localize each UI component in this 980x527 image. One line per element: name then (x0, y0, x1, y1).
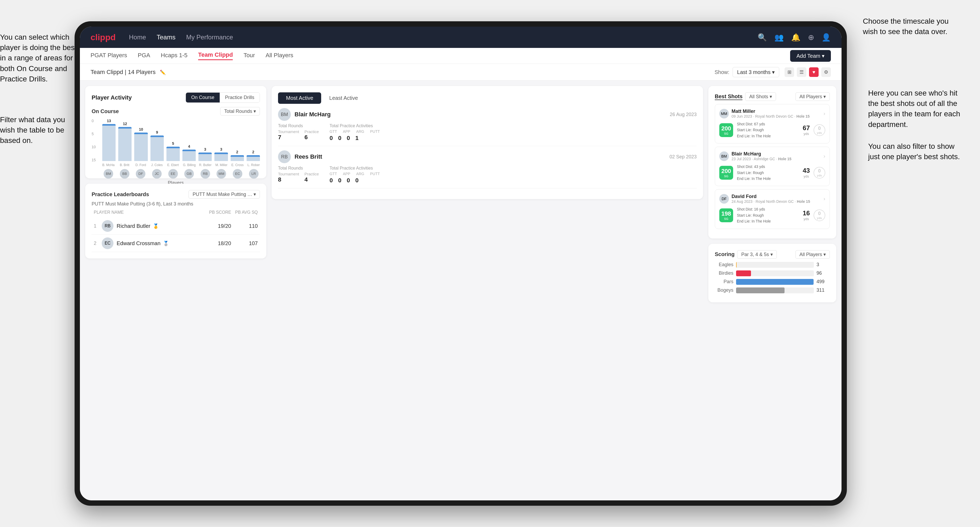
annotation-filter: Filter what data you wish the table to b… (0, 114, 69, 146)
putt-value: 1 (355, 135, 358, 141)
practice-value: 6 (304, 134, 319, 141)
edit-icon[interactable]: ✏️ (160, 70, 165, 75)
activity-tabs: Most Active Least Active (278, 92, 697, 104)
scoring-par-filter[interactable]: Par 3, 4 & 5s ▾ (737, 250, 776, 259)
sub-nav-pga[interactable]: PGA (138, 52, 150, 60)
total-rounds-label: Total Rounds (278, 166, 319, 171)
add-circle-icon[interactable]: ⊕ (808, 33, 814, 42)
all-players-dropdown[interactable]: All Players ▾ (795, 92, 830, 101)
avatar: BM (278, 108, 291, 121)
sub-nav-tour[interactable]: Tour (243, 52, 255, 60)
bar[interactable] (182, 149, 196, 161)
shot-player-info: Matt Miller 09 Jun 2023 · Royal North De… (732, 109, 823, 119)
nav-teams[interactable]: Teams (157, 33, 175, 41)
scoring-players-filter[interactable]: All Players ▾ (795, 250, 830, 259)
shot-info: Shot Dist: 43 yds Start Lie: Rough End L… (737, 163, 799, 181)
least-active-tab[interactable]: Least Active (321, 92, 366, 104)
bar-highlight (151, 135, 164, 137)
avatar: BB (120, 169, 129, 179)
leaderboard-player-row[interactable]: 2 EC Edward Crossman 🥈 18/20 107 (92, 235, 260, 252)
scoring-card: Scoring Par 3, 4 & 5s ▾ All Players ▾ Ea… (708, 244, 836, 302)
chart-subheader: On Course Total Rounds ▾ (92, 107, 260, 116)
bar-highlight (134, 133, 148, 134)
total-rounds-group: Total Rounds Tournament 7 Practice 6 (278, 124, 319, 141)
nav-home[interactable]: Home (129, 33, 146, 41)
sub-nav-hcaps[interactable]: Hcaps 1-5 (161, 52, 188, 60)
avatar: JC (152, 169, 162, 179)
tablet-screen: clippd Home Teams My Performance 🔍 👥 🔔 ⊕… (80, 27, 842, 500)
bar[interactable] (199, 152, 212, 161)
y-axis: 15 10 5 0 (92, 119, 101, 162)
scoring-bar-track (736, 279, 814, 285)
profile-icon[interactable]: 👤 (822, 33, 831, 42)
tournament-value: 7 (278, 134, 299, 141)
shot-player-row: BM Blair McHarg 23 Jul 2023 · Ashridge G… (719, 151, 825, 161)
middle-column: Most Active Least Active BM Blair McHarg… (272, 86, 703, 495)
shot-player-row: MM Matt Miller 09 Jun 2023 · Royal North… (719, 109, 825, 119)
best-shots-header: Best Shots All Shots ▾ All Players ▾ (715, 92, 830, 101)
avatar: EC (233, 169, 242, 179)
shot-meta: 24 Aug 2023 · Royal North Devon GC · Hol… (732, 199, 823, 204)
heart-view-icon[interactable]: ♥ (809, 67, 819, 77)
list-view-icon[interactable]: ☰ (797, 67, 807, 77)
col-pb-avg: PB AVG SQ (231, 210, 258, 215)
best-shots-tab[interactable]: Best Shots (715, 94, 743, 100)
leaderboard-subtitle: PUTT Must Make Putting (3-6 ft), Last 3 … (92, 201, 260, 207)
player-activity-title: Player Activity (92, 94, 186, 101)
player-row-header: RB Rees Britt 02 Sep 2023 (278, 151, 697, 163)
player-avatar-wrapper: LR (247, 169, 260, 179)
player-avatar-wrapper: GB (183, 169, 196, 179)
bar-value-label: 3 (204, 147, 206, 151)
sub-nav-all-players[interactable]: All Players (266, 52, 293, 60)
sub-nav-team-clippd[interactable]: Team Clippd (198, 51, 233, 60)
shot-badge: 200 SG (719, 123, 733, 137)
chevron-right-icon: › (823, 153, 825, 159)
all-shots-dropdown[interactable]: All Shots ▾ (745, 92, 776, 101)
shot-card[interactable]: DF David Ford 24 Aug 2023 · Royal North … (715, 189, 830, 229)
player-avatar-wrapper: EC (231, 169, 244, 179)
player-avatar-wrapper: DF (135, 169, 147, 179)
most-active-tab[interactable]: Most Active (278, 92, 321, 104)
bar[interactable] (215, 152, 228, 161)
bell-icon[interactable]: 🔔 (791, 33, 800, 42)
search-icon[interactable]: 🔍 (757, 33, 767, 42)
nav-my-performance[interactable]: My Performance (186, 33, 233, 41)
lb-player-name: Richard Butler 🥇 (117, 223, 205, 229)
bar[interactable] (167, 147, 180, 161)
practice-drills-toggle[interactable]: Practice Drills (220, 93, 259, 103)
player-activity-header: Player Activity On Course Practice Drill… (92, 92, 260, 103)
grid-view-icon[interactable]: ⊞ (784, 67, 794, 77)
shot-card[interactable]: BM Blair McHarg 23 Jul 2023 · Ashridge G… (715, 147, 830, 186)
leaderboard-filter[interactable]: PUTT Must Make Putting … ▾ (189, 190, 260, 198)
most-active-players: BM Blair McHarg 26 Aug 2023 Total Rounds… (278, 108, 697, 189)
settings-view-icon[interactable]: ⚙ (821, 67, 831, 77)
scoring-bar-track (736, 270, 814, 276)
bar[interactable] (247, 155, 260, 161)
bar[interactable] (134, 133, 148, 161)
lb-rank: 1 (94, 223, 102, 229)
player-activity-card: Player Activity On Course Practice Drill… (85, 86, 266, 178)
practice-label: Practice (304, 129, 319, 134)
leaderboard-player-row[interactable]: 1 RB Richard Butler 🥇 19/20 110 (92, 217, 260, 235)
total-rounds-label: Total Rounds (278, 124, 319, 128)
col-pb-score: PB SCORE (205, 210, 231, 215)
scoring-bar-label: Eagles (715, 262, 733, 268)
show-select[interactable]: Last 3 months ▾ (733, 67, 779, 77)
shot-card[interactable]: MM Matt Miller 09 Jun 2023 · Royal North… (715, 104, 830, 143)
users-icon[interactable]: 👥 (775, 33, 784, 42)
on-course-toggle[interactable]: On Course (186, 93, 220, 103)
avatar: DF (719, 194, 729, 204)
bar[interactable] (118, 127, 132, 161)
leaderboard-title: Practice Leaderboards (92, 191, 189, 197)
total-rounds-filter[interactable]: Total Rounds ▾ (220, 107, 260, 116)
player-name: Rees Britt (294, 153, 670, 160)
x-label: R. Butler (199, 163, 212, 167)
scoring-bar-value: 499 (816, 279, 830, 284)
bar-value-label: 12 (123, 122, 127, 126)
add-team-button[interactable]: Add Team ▾ (790, 50, 831, 62)
bar[interactable] (231, 155, 244, 161)
sub-nav-pgat[interactable]: PGAT Players (91, 52, 127, 60)
bar[interactable] (151, 135, 164, 161)
bar[interactable] (102, 124, 116, 161)
bar-highlight (199, 152, 212, 154)
